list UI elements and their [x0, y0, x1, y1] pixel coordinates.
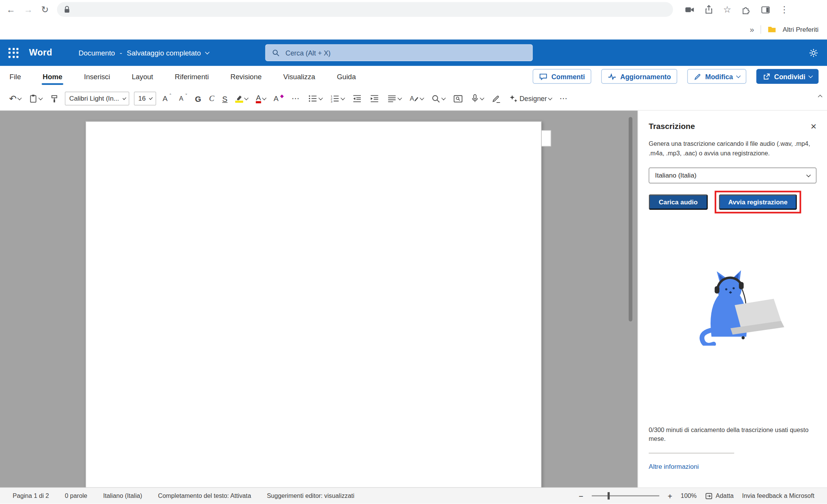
editor-suggestions-status[interactable]: Suggerimenti editor: visualizzati: [267, 492, 354, 499]
designer-button[interactable]: Designer: [507, 93, 553, 105]
chevron-down-icon: [318, 96, 323, 100]
refresh-icon[interactable]: ↻: [41, 5, 49, 14]
zoom-slider[interactable]: [592, 495, 659, 496]
font-color-button[interactable]: A: [254, 92, 267, 105]
video-call-icon[interactable]: [685, 5, 695, 15]
search-input[interactable]: [285, 49, 526, 57]
side-panel-icon[interactable]: [760, 5, 770, 15]
fit-icon: [705, 493, 712, 499]
extensions-icon[interactable]: [741, 5, 751, 15]
alignment-button[interactable]: [385, 92, 403, 105]
tab-revisione[interactable]: Revisione: [229, 67, 263, 86]
styles-button[interactable]: A: [408, 93, 425, 105]
share-button[interactable]: Condividi: [756, 69, 819, 84]
document-title[interactable]: Documento: [79, 49, 115, 57]
paste-button[interactable]: [28, 92, 44, 105]
workspace: Trascrizione × Genera una trascrizione c…: [0, 111, 827, 487]
undo-button[interactable]: ↶: [7, 93, 23, 105]
address-bar[interactable]: [57, 2, 673, 17]
browser-toolbar: ← → ↻ ☆ ⋮: [0, 0, 827, 19]
document-scrollbar[interactable]: [629, 117, 632, 321]
zoom-out-button[interactable]: −: [579, 491, 583, 500]
chevron-down-icon: [480, 96, 485, 100]
search-box[interactable]: [265, 44, 533, 61]
decrease-indent-button[interactable]: [351, 92, 364, 105]
cat-headphones-illustration: [680, 264, 785, 346]
document-page[interactable]: [85, 121, 542, 488]
language-select[interactable]: Italiano (Italia): [649, 168, 817, 183]
close-icon[interactable]: ×: [811, 121, 816, 131]
tab-inserisci[interactable]: Inserisci: [83, 67, 111, 86]
collapse-ribbon-button[interactable]: [819, 91, 822, 101]
zoom-slider-thumb[interactable]: [608, 492, 610, 499]
format-painter-button[interactable]: [49, 93, 60, 105]
immersive-reader-icon: [453, 94, 463, 103]
collapsed-comment-stub[interactable]: [542, 130, 551, 147]
editing-mode-button[interactable]: Modifica: [687, 69, 746, 84]
share-icon: [763, 72, 771, 80]
bullet-list-button[interactable]: [306, 92, 324, 105]
font-size-select[interactable]: 16: [134, 92, 156, 106]
word-count[interactable]: 0 parole: [65, 492, 87, 499]
numbered-list-button[interactable]: 123: [329, 92, 346, 105]
bookmarks-overflow-chevron[interactable]: »: [750, 25, 754, 34]
italic-button[interactable]: C: [208, 93, 216, 105]
grow-font-button[interactable]: Aˆ: [161, 93, 173, 104]
upload-audio-button[interactable]: Carica audio: [649, 195, 708, 210]
editor-button[interactable]: [490, 93, 503, 105]
chevron-down-icon: [341, 96, 345, 100]
chevron-down-icon: [17, 96, 22, 100]
tab-guida[interactable]: Guida: [336, 67, 357, 86]
zoom-level[interactable]: 100%: [681, 492, 697, 499]
tab-visualizza[interactable]: Visualizza: [282, 67, 316, 86]
zoom-in-button[interactable]: +: [668, 491, 672, 500]
share-page-icon[interactable]: [704, 5, 714, 14]
find-button[interactable]: [430, 93, 447, 105]
underline-button[interactable]: S: [221, 93, 229, 105]
back-icon[interactable]: ←: [7, 5, 15, 14]
more-info-link[interactable]: Altre informazioni: [649, 463, 699, 470]
toolbar-overflow-button[interactable]: ⋯: [558, 92, 570, 105]
save-status[interactable]: Salvataggio completato: [127, 49, 201, 57]
shrink-font-button[interactable]: Aˇ: [177, 94, 188, 103]
edit-pen-icon: [694, 72, 702, 80]
clear-formatting-button[interactable]: A ◆: [272, 93, 285, 104]
feedback-link[interactable]: Invia feedback a Microsoft: [742, 492, 814, 499]
increase-indent-button[interactable]: [368, 92, 381, 105]
font-name-select[interactable]: Calibri Light (In...: [65, 92, 129, 106]
find-icon: [431, 94, 440, 103]
ribbon-tabs: File Home Inserisci Layout Riferimenti R…: [8, 67, 357, 86]
highlight-color-bar: [236, 101, 244, 103]
formatting-toolbar: ↶ Calibri Light (In... 16 Aˆ: [0, 87, 827, 111]
bold-button[interactable]: G: [193, 93, 203, 105]
language-indicator[interactable]: Italiano (Italia): [103, 492, 142, 499]
app-launcher-icon[interactable]: [8, 48, 18, 58]
fit-to-page-button[interactable]: Adatta: [705, 492, 734, 499]
transcription-panel: Trascrizione × Genera una trascrizione c…: [638, 111, 827, 487]
save-status-chevron-icon[interactable]: [205, 50, 210, 54]
settings-gear-icon[interactable]: [809, 48, 819, 58]
document-info[interactable]: Documento - Salvataggio completato: [79, 49, 209, 57]
bookmarks-folder-label[interactable]: Altri Preferiti: [783, 26, 819, 33]
highlight-button[interactable]: [234, 93, 249, 104]
immersive-reader-button[interactable]: [452, 93, 465, 105]
comments-button[interactable]: Commenti: [533, 69, 591, 84]
dictate-button[interactable]: [469, 92, 485, 105]
tab-layout[interactable]: Layout: [131, 67, 154, 86]
document-canvas: [0, 111, 638, 487]
browser-menu-icon[interactable]: ⋮: [780, 5, 789, 14]
word-app-header: Word Documento - Salvataggio completato: [0, 39, 827, 66]
undo-icon: ↶: [9, 94, 16, 103]
panel-title: Trascrizione: [649, 122, 695, 130]
tab-file[interactable]: File: [8, 67, 22, 86]
text-completion-status[interactable]: Completamento del testo: Attivata: [158, 492, 251, 499]
ribbon-tab-row: File Home Inserisci Layout Riferimenti R…: [0, 66, 827, 87]
font-overflow-button[interactable]: ⋯: [290, 92, 301, 105]
catch-up-button[interactable]: Aggiornamento: [601, 69, 677, 84]
start-recording-button[interactable]: Avvia registrazione: [719, 195, 797, 210]
bookmark-star-icon[interactable]: ☆: [723, 5, 731, 14]
tab-riferimenti[interactable]: Riferimenti: [174, 67, 210, 86]
tab-home[interactable]: Home: [41, 67, 63, 86]
page-indicator[interactable]: Pagina 1 di 2: [13, 492, 49, 499]
app-name[interactable]: Word: [29, 47, 52, 58]
